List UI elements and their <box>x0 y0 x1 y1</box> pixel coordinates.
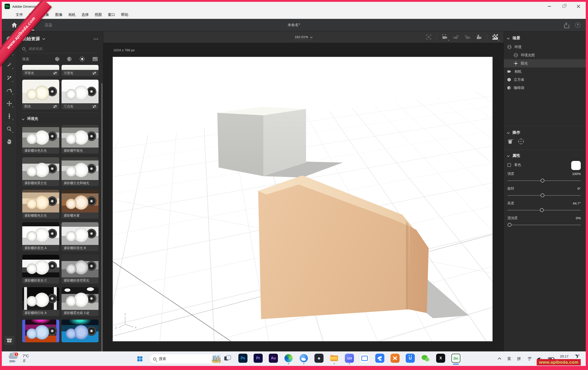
tab-render[interactable]: 渲染 <box>39 19 58 31</box>
dolly-camera-tool[interactable] <box>4 111 14 121</box>
assets-scrollbar[interactable] <box>101 83 103 351</box>
taskbar-app-audition[interactable]: Au <box>269 354 278 363</box>
slider-track-area[interactable] <box>507 179 581 183</box>
menu-item-view[interactable]: 视图 <box>92 11 105 19</box>
adjust-sliders-icon[interactable] <box>53 105 57 108</box>
taskbar-app-quark[interactable]: ◆ <box>315 354 324 363</box>
slider-track-area[interactable] <box>507 223 581 227</box>
restore-button[interactable] <box>557 2 571 11</box>
menu-item-select[interactable]: 选择 <box>79 11 92 19</box>
taskbar-search[interactable] <box>149 354 222 364</box>
tint-checkbox[interactable] <box>507 163 511 167</box>
taskbar-app-dimension[interactable]: Dn <box>451 354 460 363</box>
pan-camera-tool[interactable] <box>4 98 14 108</box>
menu-item-window[interactable]: 窗口 <box>105 11 118 19</box>
magic-wand-tool[interactable] <box>4 60 14 70</box>
do-not-disturb-icon[interactable]: z <box>574 355 578 358</box>
chevron-down-icon[interactable] <box>22 117 24 120</box>
asset-card-studio-wood-window[interactable]: 摄影棚木窗 <box>62 190 99 219</box>
adjust-sliders-icon[interactable] <box>53 72 57 74</box>
taskbar-app-123-cloud[interactable]: 123 <box>345 354 354 363</box>
menu-item-camera[interactable]: 相机 <box>65 11 79 19</box>
taskbar-app-clip-tool[interactable] <box>390 354 399 363</box>
filter-materials-icon[interactable] <box>67 56 72 62</box>
cube-object[interactable] <box>217 107 306 177</box>
slider-track-area[interactable] <box>507 208 581 212</box>
assets-panel-toggle[interactable] <box>4 336 14 345</box>
taskbar-app-task-view[interactable] <box>223 354 232 363</box>
properties-header[interactable]: 属性 <box>504 152 586 160</box>
render-preview-icon[interactable] <box>492 34 498 40</box>
start-button[interactable] <box>135 354 144 363</box>
slider-knob[interactable] <box>541 179 544 182</box>
scene-item-camera[interactable]: 相机 <box>504 67 586 76</box>
weather-widget[interactable]: 1 7°C 雾 <box>8 353 29 363</box>
asset-card-studio-flat[interactable]: 摄影棚平面光 <box>62 125 99 154</box>
asset-card-three-point-light[interactable]: 三点光 <box>62 80 99 109</box>
zoom-tool[interactable] <box>4 124 14 134</box>
scene-item-environment-light[interactable]: 环境光照 <box>504 51 586 59</box>
hand-tool[interactable] <box>4 137 14 147</box>
camera-undo-icon[interactable] <box>453 34 459 40</box>
taskbar-app-edge[interactable] <box>284 354 293 363</box>
minimize-button[interactable] <box>542 2 557 11</box>
asset-card-studio-foreground-key[interactable]: 摄影棚前景主光 <box>22 157 59 186</box>
asset-card-sunlight[interactable]: 阳光 <box>22 80 59 109</box>
delete-icon[interactable] <box>508 139 512 144</box>
eyedropper-tool[interactable] <box>4 73 14 83</box>
asset-card-studio-arch-c[interactable]: 摄影棚拱形光 C <box>22 255 59 284</box>
zoom-level-dropdown[interactable]: 162.01% <box>294 34 313 40</box>
slider-knob[interactable] <box>540 208 544 212</box>
actions-header[interactable]: 操作 <box>504 128 586 137</box>
asset-card-ring-light[interactable]: 环形光 <box>22 65 59 76</box>
taskbar-app-photoshop[interactable]: Ps <box>238 354 247 363</box>
asset-card-studio-key-and-fill[interactable]: 摄影棚主光和辅光 <box>62 157 99 186</box>
filter-images-icon[interactable] <box>92 57 98 61</box>
asset-card-square-light[interactable]: 方形光 <box>62 65 99 76</box>
target-reset-icon[interactable] <box>518 139 524 144</box>
adjust-sliders-icon[interactable] <box>92 72 96 74</box>
taskbar-app-thunder[interactable] <box>375 354 384 363</box>
asset-card-studio-dark-column-a[interactable]: 摄影棚暗灯柱 A <box>22 287 59 316</box>
orbit-camera-tool[interactable] <box>4 86 14 96</box>
menu-item-help[interactable]: 帮助 <box>118 11 131 19</box>
slider-knob[interactable] <box>508 223 512 227</box>
coffee-bag-object[interactable] <box>257 173 430 319</box>
frame-selection-icon[interactable] <box>426 34 431 40</box>
filter-lights-icon[interactable] <box>79 56 85 62</box>
filter-models-icon[interactable] <box>55 56 60 62</box>
camera-redo-icon[interactable] <box>464 34 471 40</box>
slider-knob[interactable] <box>541 193 544 197</box>
close-button[interactable] <box>571 2 586 11</box>
taskbar-app-browser[interactable] <box>299 354 308 363</box>
ime-language[interactable]: 英 <box>507 356 511 361</box>
menu-item-image[interactable]: 图像 <box>52 11 65 19</box>
taskbar-app-premiere[interactable]: Pr <box>254 354 263 363</box>
asset-card-studio-softbox-3[interactable]: 摄影棚柔光箱 3 处 <box>62 287 99 316</box>
slider-track-area[interactable] <box>507 193 581 198</box>
camera-bookmark-icon[interactable] <box>476 34 482 40</box>
asset-card-studio-warm-key[interactable]: 摄影棚暖色主光 <box>22 190 59 219</box>
taskbar-app-file-explorer[interactable] <box>330 354 339 363</box>
assets-search-input[interactable] <box>28 47 83 51</box>
scene-item-coffee-bag[interactable]: 咖啡袋 <box>504 84 586 92</box>
scene-item-sunlight[interactable]: 阳光 <box>504 59 586 67</box>
menu-item-file[interactable]: 文件 <box>13 11 26 19</box>
search-highlight-image[interactable] <box>212 355 221 363</box>
scene-item-environment[interactable]: 环境 <box>504 43 586 51</box>
wifi-icon[interactable] <box>527 357 532 361</box>
taskbar-app-tv-player[interactable] <box>360 354 369 363</box>
adjust-sliders-icon[interactable] <box>92 105 96 108</box>
taskbar-search-input[interactable] <box>159 357 200 361</box>
ime-pinyin[interactable]: 拼 <box>517 356 521 361</box>
help-icon[interactable]: ? <box>575 22 580 28</box>
camera-frame-icon[interactable] <box>441 34 448 40</box>
share-icon[interactable] <box>564 22 569 28</box>
assets-panel-menu[interactable]: ••• <box>94 37 99 41</box>
taskbar-app-wechat[interactable] <box>421 354 430 363</box>
taskbar-app-uu-booster[interactable]: U <box>406 354 415 363</box>
asset-card-studio-neon-pink[interactable] <box>22 320 59 342</box>
asset-card-studio-arch-b[interactable]: 摄影棚拱形光 B <box>62 222 99 251</box>
asset-card-studio-cool-key[interactable]: 摄影棚冷色主光 <box>22 125 59 154</box>
artboard[interactable]: Y Z X <box>113 57 493 341</box>
